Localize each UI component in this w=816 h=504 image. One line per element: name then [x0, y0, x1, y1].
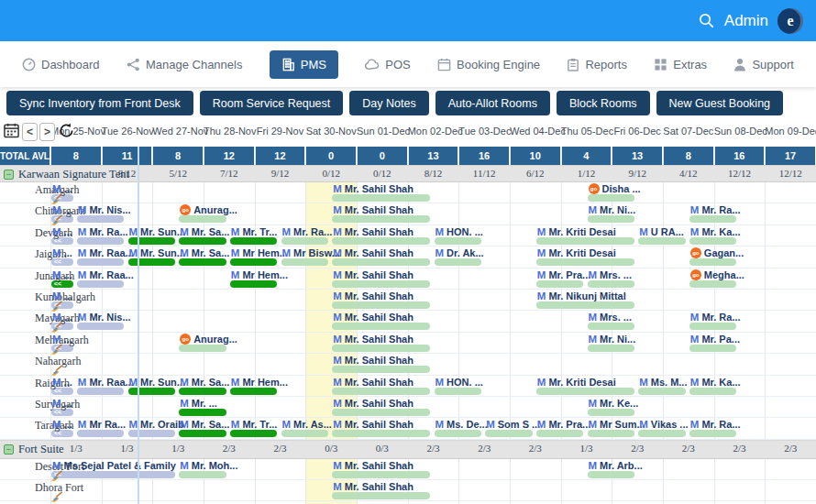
- booking-chip[interactable]: MMr. Sahil Shah: [333, 460, 414, 471]
- booking-bar[interactable]: [332, 323, 430, 330]
- booking-chip[interactable]: MMrs. ...: [589, 269, 632, 280]
- booking-bar[interactable]: [435, 430, 482, 437]
- ezee-logo[interactable]: e: [777, 8, 803, 34]
- booking-chip[interactable]: M...: [52, 290, 72, 301]
- booking-bar[interactable]: [588, 323, 635, 330]
- booking-chip[interactable]: MMr. Sahil Shah: [333, 377, 414, 388]
- booking-chip[interactable]: MMr. Pa...: [690, 334, 740, 345]
- booking-bar[interactable]: [77, 237, 125, 245]
- nav-tab-reports[interactable]: Reports: [567, 58, 627, 71]
- housekeeping-broom-icon[interactable]: [50, 490, 63, 504]
- booking-chip[interactable]: MMr. Ra...: [690, 312, 741, 323]
- booking-chip[interactable]: MMr. Ra...: [690, 204, 741, 215]
- booking-bar[interactable]: [332, 345, 430, 352]
- booking-chip[interactable]: M...: [52, 377, 72, 388]
- booking-chip[interactable]: MMr. Sahil Shah: [333, 183, 414, 194]
- booking-chip[interactable]: MMs. De...: [436, 419, 488, 430]
- booking-bar[interactable]: [588, 430, 635, 437]
- booking-chip[interactable]: MMr. Sahil Shah: [333, 247, 414, 258]
- booking-bar[interactable]: [638, 430, 686, 437]
- nav-tab-pms[interactable]: PMS: [270, 50, 338, 79]
- booking-bar[interactable]: [332, 430, 430, 437]
- booking-chip[interactable]: MMr. Sahil Shah: [333, 355, 414, 366]
- booking-chip[interactable]: MDr. Ak...: [436, 247, 484, 258]
- booking-chip[interactable]: MMr. Sahil Shah: [333, 204, 414, 215]
- prev-week-button[interactable]: <: [22, 123, 38, 141]
- booking-bar[interactable]: [689, 280, 737, 288]
- booking-chip[interactable]: MMr. Raa...: [78, 269, 134, 280]
- booking-bar[interactable]: [179, 215, 226, 223]
- booking-chip[interactable]: MMr Hem...: [231, 247, 288, 258]
- room-type-name[interactable]: Fort Suite: [18, 443, 64, 456]
- booking-chip[interactable]: MMr. Ni...: [589, 334, 636, 345]
- booking-bar[interactable]: [689, 237, 737, 245]
- booking-chip[interactable]: MMr. Sa...: [180, 247, 229, 258]
- booking-bar[interactable]: [332, 471, 430, 478]
- booking-bar[interactable]: [689, 345, 737, 352]
- booking-chip[interactable]: MMr. Moh...: [180, 460, 237, 471]
- booking-bar[interactable]: [536, 237, 634, 245]
- booking-bar[interactable]: [281, 237, 329, 245]
- new-guest-booking-button[interactable]: New Guest Booking: [656, 91, 783, 115]
- booking-bar[interactable]: [485, 430, 533, 437]
- booking-bar[interactable]: [179, 471, 226, 478]
- booking-bar[interactable]: [77, 323, 125, 330]
- booking-chip[interactable]: MMr. Kriti Desai: [537, 377, 616, 388]
- booking-bar[interactable]: [435, 388, 482, 395]
- booking-bar[interactable]: [536, 430, 584, 437]
- booking-bar[interactable]: [332, 215, 430, 223]
- booking-chip[interactable]: MMr. Sa...: [180, 226, 229, 237]
- booking-bar[interactable]: [128, 258, 176, 266]
- booking-chip[interactable]: MMr Ra...: [78, 419, 126, 430]
- refresh-icon[interactable]: [58, 122, 75, 139]
- nav-tab-support[interactable]: Support: [733, 58, 794, 71]
- booking-chip[interactable]: goMegha...: [690, 269, 744, 280]
- booking-bar[interactable]: [536, 280, 584, 288]
- booking-bar[interactable]: [588, 194, 635, 202]
- booking-chip[interactable]: MMr Hem...: [231, 269, 288, 280]
- booking-bar[interactable]: [332, 280, 430, 288]
- calendar-picker-icon[interactable]: [4, 123, 19, 138]
- booking-bar[interactable]: [230, 388, 278, 395]
- nav-tab-dashboard[interactable]: Dashboard: [22, 58, 100, 71]
- booking-chip[interactable]: MMr. Sa...: [180, 377, 229, 388]
- collapse-section-icon[interactable]: −: [4, 170, 14, 180]
- booking-bar[interactable]: [179, 237, 226, 245]
- booking-bar[interactable]: [588, 215, 635, 223]
- booking-bar[interactable]: [281, 430, 329, 437]
- booking-bar[interactable]: [689, 215, 737, 223]
- booking-bar[interactable]: [77, 280, 125, 288]
- booking-chip[interactable]: MMr. Ra...: [78, 226, 128, 237]
- booking-chip[interactable]: MMr. Sahil Shah: [333, 269, 414, 280]
- booking-chip[interactable]: MMr. Kriti Desai: [537, 226, 616, 237]
- booking-bar[interactable]: [77, 430, 125, 437]
- booking-chip[interactable]: MHON. ...: [436, 377, 483, 388]
- booking-bar[interactable]: [179, 258, 226, 266]
- booking-bar[interactable]: [128, 237, 176, 245]
- booking-bar[interactable]: [230, 430, 278, 437]
- booking-bar[interactable]: [332, 388, 430, 395]
- next-week-button[interactable]: >: [39, 123, 55, 141]
- booking-chip[interactable]: MMr. Sahil Shah: [333, 398, 414, 409]
- booking-chip[interactable]: M...: [52, 247, 72, 258]
- booking-chip[interactable]: MMr. Sahil Shah: [333, 312, 414, 323]
- booking-chip[interactable]: MMr. Ra...: [282, 226, 333, 237]
- admin-menu[interactable]: Admin: [724, 12, 768, 30]
- booking-chip[interactable]: M...: [52, 269, 72, 280]
- booking-chip[interactable]: MVikas ...: [639, 419, 688, 430]
- sync-inventory-from-front-desk-button[interactable]: Sync Inventory from Front Desk: [6, 91, 193, 115]
- booking-chip[interactable]: MMr. Sa...: [180, 419, 229, 430]
- auto-allot-rooms-button[interactable]: Auto-Allot Rooms: [436, 91, 550, 115]
- booking-bar[interactable]: [281, 258, 329, 266]
- booking-bar[interactable]: [230, 280, 278, 288]
- booking-bar[interactable]: [689, 430, 737, 437]
- booking-bar[interactable]: [332, 258, 430, 266]
- booking-chip[interactable]: MMr. Raa...: [78, 377, 134, 388]
- booking-chip[interactable]: MMr. Sahil Shah: [333, 419, 414, 430]
- booking-chip[interactable]: goGagan...: [690, 247, 744, 258]
- booking-chip[interactable]: MMr. ...: [180, 398, 217, 409]
- booking-bar[interactable]: [638, 237, 686, 245]
- booking-chip[interactable]: MMr. Pra...: [537, 419, 590, 430]
- booking-chip[interactable]: MMr. Tr...: [231, 226, 278, 237]
- booking-chip[interactable]: MMr. Nikunj Mittal: [537, 290, 626, 301]
